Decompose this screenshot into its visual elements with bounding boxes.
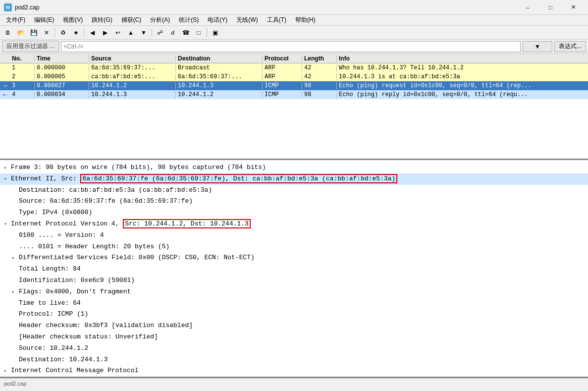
col-proto-header: Protocol <box>263 55 302 62</box>
toolbar: 🗎 📂 💾 ✕ ♻ ★ ◀ ▶ ↩ ▲ ▼ ☍ ☌ ☎ □ ▣ <box>0 26 588 40</box>
expand-icon: ▾ <box>4 175 11 183</box>
col-len-header: Length <box>302 55 337 62</box>
status-text: pod2.cap <box>4 381 26 387</box>
detail-section-ip-proto: Protocol: ICMP (1) <box>0 309 588 320</box>
menu-item-6[interactable]: 统计(S) <box>175 15 203 25</box>
menu-item-2[interactable]: 视图(V) <box>59 15 87 25</box>
detail-section-ip-ttl: Time to live: 64 <box>0 298 588 309</box>
packet-rows: 10.0000006a:6d:35:69:37:...BroadcastARP4… <box>0 63 588 99</box>
title-bar: W pod2.cap – □ ✕ <box>0 0 588 15</box>
col-no-header: No. <box>10 55 35 62</box>
menu-item-0[interactable]: 文件(F) <box>2 15 29 25</box>
detail-section-ip-totlen: Total Length: 84 <box>0 264 588 275</box>
packet-cell: ca:bb:af:bd:e5:... <box>89 73 176 80</box>
tb-new[interactable]: 🗎 <box>2 27 14 38</box>
packet-row[interactable]: 20.000005ca:bb:af:bd:e5:...6a:6d:35:69:3… <box>0 72 588 81</box>
packet-cell: 6a:6d:35:69:37:... <box>89 64 176 71</box>
packet-cell: 0.000000 <box>35 64 89 71</box>
tb-reload[interactable]: ♻ <box>57 27 69 38</box>
app-icon: W <box>4 3 12 11</box>
menu-item-10[interactable]: 帮助(H) <box>291 15 320 25</box>
detail-section-ip-id: Identification: 0xe6c9 (59081) <box>0 275 588 286</box>
col-info-header: Info <box>337 55 588 62</box>
packet-cell: 0.000005 <box>35 73 89 80</box>
packet-cell: 3 <box>10 82 35 89</box>
tb-fwd[interactable]: ▶ <box>99 27 111 38</box>
tb-zoom-fit[interactable]: ☎ <box>180 27 192 38</box>
expand-icon: ▸ <box>4 367 11 375</box>
status-bar: pod2.cap <box>0 378 588 388</box>
detail-highlight: 6a:6d:35:69:37:fe (6a:6d:35:69:37:fe), D… <box>80 174 397 183</box>
menu-item-4[interactable]: 捕获(C) <box>117 15 146 25</box>
packet-cell: 0.000034 <box>35 91 89 98</box>
menu-item-8[interactable]: 无线(W) <box>232 15 262 25</box>
detail-text: Destination: ca:bb:af:bd:e5:3a (ca:bb:af… <box>19 186 212 194</box>
tb-expand[interactable]: □ <box>193 27 205 38</box>
detail-section-frame[interactable]: ▸ Frame 3: 98 bytes on wire (784 bits), … <box>0 162 588 173</box>
tb-close[interactable]: ✕ <box>41 27 53 38</box>
packet-row[interactable]: ←40.00003410.244.1.310.244.1.2ICMP98Echo… <box>0 90 588 99</box>
expand-icon: ▸ <box>12 288 19 296</box>
packet-cell: ICMP <box>263 91 302 98</box>
close-button[interactable]: ✕ <box>562 2 584 12</box>
minimize-button[interactable]: – <box>517 2 538 12</box>
tb-back[interactable]: ◀ <box>86 27 98 38</box>
detail-text: Internet Control Message Protocol <box>11 367 138 374</box>
tb-coloring[interactable]: ▣ <box>209 27 221 38</box>
tb-next[interactable]: ▼ <box>138 27 150 38</box>
detail-section-ip-dsf[interactable]: ▸ Differentiated Services Field: 0x00 (D… <box>0 252 588 264</box>
detail-section-ip[interactable]: ▾ Internet Protocol Version 4, Src: 10.2… <box>0 219 588 230</box>
menu-item-3[interactable]: 跳转(G) <box>88 15 116 25</box>
tb-zoom-out[interactable]: ☌ <box>167 27 179 38</box>
tb-sep1 <box>54 28 55 37</box>
packet-row[interactable]: →30.00002710.244.1.210.244.1.3ICMP98Echo… <box>0 81 588 90</box>
packet-cell: 42 <box>302 64 337 71</box>
tb-goto[interactable]: ↩ <box>112 27 124 38</box>
packet-cell: Broadcast <box>176 64 263 71</box>
packet-list-header: No. Time Source Destination Protocol Len… <box>0 54 588 63</box>
arrow-indicator: → <box>0 82 10 90</box>
tb-prev[interactable]: ▲ <box>125 27 137 38</box>
expr-button[interactable]: 表达式... <box>554 41 586 52</box>
tb-save[interactable]: 💾 <box>28 27 40 38</box>
detail-section-ip-checksum-status: [Header checksum status: Unverified] <box>0 332 588 343</box>
menu-item-1[interactable]: 编辑(E) <box>30 15 58 25</box>
detail-text: Flags: 0x4000, Don't fragment <box>19 288 131 295</box>
packet-cell: 98 <box>302 91 337 98</box>
packet-cell: Echo (ping) request id=0x1c00, seq=0/0, … <box>337 82 588 89</box>
packet-cell: 0.000027 <box>35 82 89 89</box>
tb-zoom-in[interactable]: ☍ <box>154 27 166 38</box>
menu-item-9[interactable]: 工具(T) <box>263 15 290 25</box>
menu-item-5[interactable]: 分析(A) <box>146 15 174 25</box>
packet-cell: 10.244.1.3 is at ca:bb:af:bd:e5:3a <box>337 73 588 80</box>
expand-icon: ▸ <box>4 164 11 172</box>
detail-text: Frame 3: 98 bytes on wire (784 bits), 98… <box>11 164 266 171</box>
detail-section-ip-flags[interactable]: ▸ Flags: 0x4000, Don't fragment <box>0 286 588 298</box>
packet-cell: ARP <box>263 64 302 71</box>
tb-sep3 <box>152 28 152 37</box>
tb-open[interactable]: 📂 <box>15 27 27 38</box>
detail-section-ip-checksum: Header checksum: 0x3bf3 [validation disa… <box>0 320 588 332</box>
tb-capture[interactable]: ★ <box>70 27 82 38</box>
detail-text: Destination: 10.244.1.3 <box>19 356 107 363</box>
packet-cell: 4 <box>10 91 35 98</box>
packet-row[interactable]: 10.0000006a:6d:35:69:37:...BroadcastARP4… <box>0 63 588 72</box>
col-dst-header: Destination <box>176 55 263 62</box>
detail-text: 0100 .... = Version: 4 <box>19 231 104 239</box>
packet-detail: ▸ Frame 3: 98 bytes on wire (784 bits), … <box>0 160 588 378</box>
arrow-indicator: ← <box>0 91 10 99</box>
expand-icon: ▸ <box>12 254 19 262</box>
detail-section-ethernet[interactable]: ▾ Ethernet II, Src: 6a:6d:35:69:37:fe (6… <box>0 173 588 185</box>
detail-section-eth-dst: Destination: ca:bb:af:bd:e5:3a (ca:bb:af… <box>0 185 588 196</box>
packet-cell: 10.244.1.3 <box>89 91 176 98</box>
packet-cell: 2 <box>10 73 35 80</box>
menu-item-7[interactable]: 电话(Y) <box>204 15 231 25</box>
packet-cell: 1 <box>10 64 35 71</box>
detail-section-icmp[interactable]: ▸ Internet Control Message Protocol <box>0 365 588 377</box>
detail-text: Ethernet II, Src: <box>11 175 80 182</box>
maximize-button[interactable]: □ <box>539 2 561 12</box>
packet-cell: 98 <box>302 82 337 89</box>
filter-dropdown[interactable]: ▼ <box>523 41 552 52</box>
filter-input[interactable] <box>61 41 521 52</box>
detail-text: Protocol: ICMP (1) <box>19 310 88 318</box>
